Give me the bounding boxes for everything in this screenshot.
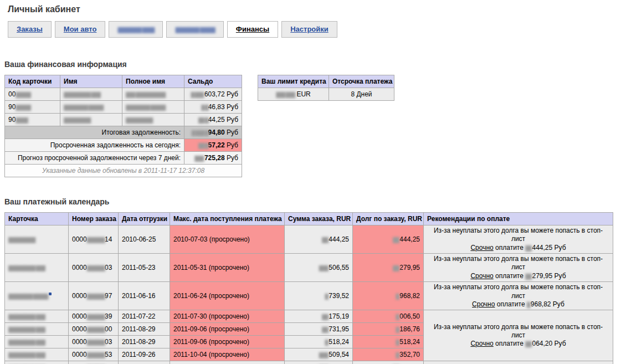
tab-3[interactable]: ████████ █████ — [166, 21, 223, 38]
ship-date-cell: 2011-07-22 — [119, 310, 170, 323]
tab-label: Финансы — [236, 25, 269, 33]
redacted-order-middle: ██████ — [87, 327, 105, 332]
financial-info-table: Код карточки Имя Полное имя Сальдо 00███… — [4, 75, 242, 177]
redacted-full-name: █████████ — [126, 117, 152, 123]
redacted-sum-part: ██ — [322, 237, 329, 243]
tab-link[interactable]: ████████ ████ — [117, 25, 154, 33]
redacted-card-name: █████████ ███ — [8, 265, 45, 271]
redacted-name: ████████ █████ — [64, 105, 103, 110]
forecast-debt-value: ███ 725,28 Руб — [184, 152, 242, 165]
order-number-cell: 0000██████03 — [69, 254, 119, 282]
overdue-debt-value: ██ █57,22 Руб — [184, 139, 242, 152]
col-credit-limit: Ваш лимит кредита — [258, 75, 329, 88]
card-cell: █████████ ███ — [5, 348, 69, 361]
urgent-pay-link[interactable]: Срочно — [470, 272, 493, 280]
recommendation-cell: Из-за неуплаты этого долга вы можете поп… — [424, 282, 613, 310]
financial-info-row: 90█████████████ █████████████ ██████ █46… — [5, 101, 242, 114]
tab-2[interactable]: ████████ ████ — [109, 21, 163, 38]
tab-4[interactable]: Финансы — [227, 21, 278, 38]
credit-limit-value: ███ ███ EUR — [258, 88, 329, 101]
urgent-pay-link[interactable]: Срочно — [472, 300, 495, 308]
tab-0[interactable]: Заказы — [8, 21, 52, 38]
redacted-pay-amount-part: ██ — [525, 341, 532, 347]
ship-date-cell: 2011-11-14 — [119, 361, 170, 364]
max-payment-date-cell: 2011-06-24 (просрочено) — [170, 282, 285, 310]
page-title: Личный кабинет — [8, 4, 620, 14]
full-name-cell: █████████ — [122, 114, 184, 126]
data-updated-note: Указанные данные обновлены в 2011-11-17 … — [5, 165, 242, 177]
redacted-order-middle: ██████ — [87, 314, 105, 320]
recommendation-cell: Из-за неуплаты этого долга вы можете поп… — [424, 225, 613, 254]
col-order-sum: Сумма заказа, RUR — [285, 213, 353, 225]
order-sum-cell: ███ 833,17 — [285, 361, 353, 364]
col-max-payment-date: Макс. дата поступления платежа — [170, 213, 285, 225]
redacted-sum-part: █ — [325, 294, 329, 299]
order-debt-cell: █ 186,76 — [353, 323, 424, 336]
redacted-order-middle: ██████ — [87, 294, 105, 299]
ship-date-cell: 2011-08-29 — [119, 323, 170, 336]
redacted-saldo-part: ██ █ — [198, 117, 208, 123]
tab-bar: ЗаказыМои авто████████ ████████████ ████… — [8, 21, 620, 38]
tab-label: ████████ █████ — [175, 27, 214, 33]
redacted-card-name: █████████ ███ — [8, 327, 45, 332]
ship-date-cell: 2011-09-26 — [119, 348, 170, 361]
max-payment-date-cell: 2011-09-06 (просрочено) — [170, 323, 285, 336]
redacted-debt-part: █ — [396, 327, 399, 332]
card-cell: █████████ ███ — [5, 254, 69, 282]
ship-date-cell: 2011-05-23 — [119, 254, 170, 282]
payment-calendar-heading: Ваш платежный календарь — [4, 197, 620, 206]
credit-value-row: ███ ███ EUR 8 Дней — [258, 88, 394, 101]
order-sum-cell: █ 518,24 — [285, 336, 353, 348]
order-number-cell: 0000██████03 — [69, 336, 119, 348]
overdue-debt-label: Просроченная задолженность на сегодня: — [5, 139, 184, 152]
tab-link[interactable]: Заказы — [17, 25, 43, 33]
card-cell: █████████ — [5, 225, 69, 254]
col-full-name: Полное имя — [122, 75, 184, 88]
name-cell: ████████ █████ — [60, 101, 122, 114]
redacted-code: ████ — [16, 117, 28, 123]
tab-link[interactable]: ████████ █████ — [175, 25, 214, 33]
tab-link[interactable]: Финансы — [236, 25, 269, 33]
redacted-debt-part: ██ — [393, 265, 399, 271]
redacted-order-middle: ██████ — [87, 265, 105, 271]
urgent-pay-link[interactable]: Срочно — [470, 244, 493, 252]
ship-date-cell: 2011-06-16 — [119, 282, 170, 310]
saldo-cell: ██ █44,25 Руб — [184, 114, 242, 126]
recommendation-cell: Из-за неуплаты этого долга вы можете поп… — [424, 310, 613, 361]
payment-calendar-table: Карточка Номер заказа Дата отгрузки Макс… — [4, 212, 613, 364]
order-number-cell: 0000██████53 — [69, 348, 119, 361]
redacted-pay-amount-part: █ — [527, 302, 531, 307]
total-debt-value: █ ███ █94,80 Руб — [184, 126, 242, 139]
tab-label: Настройки — [290, 25, 329, 33]
credit-limit-currency: EUR — [295, 90, 311, 98]
urgent-pay-link[interactable]: Срочно — [470, 340, 493, 347]
note-icon — [49, 293, 52, 295]
redacted-debt-part: █ — [396, 352, 399, 358]
col-card: Карточка — [5, 213, 69, 225]
tab-5[interactable]: Настройки — [281, 21, 337, 38]
tab-1[interactable]: Мои авто — [55, 21, 106, 38]
personal-cabinet-page: Личный кабинет ЗаказыМои авто████████ ██… — [0, 0, 626, 364]
tab-link[interactable]: Мои авто — [64, 25, 97, 33]
redacted-sum-part: ██ — [322, 327, 329, 332]
redacted-order-middle: ██████ — [87, 237, 105, 243]
redacted-debt-part: ██ — [393, 237, 399, 243]
order-debt-cell: █ 518,24 — [353, 336, 424, 348]
redacted-debt-part: █ — [396, 294, 399, 299]
urgent-pay-line: Срочно оплатите ██ 444,25 Руб — [427, 244, 609, 252]
saldo-cell: █ ███ 603,72 Руб — [184, 88, 242, 101]
financial-info-section: Код карточки Имя Полное имя Сальдо 00███… — [4, 75, 620, 177]
forecast-debt-row: Прогноз просроченной задолженности через… — [5, 152, 242, 165]
col-ship-date: Дата отгрузки — [119, 213, 170, 225]
urgent-pay-line: Срочно оплатите █ 968,82 Руб — [427, 300, 609, 309]
max-payment-date-cell: 2011-11-22 — [170, 361, 285, 364]
redacted-amount-part: ███ — [194, 156, 204, 161]
max-payment-date-cell: 2010-07-03 (просрочено) — [170, 225, 285, 254]
redacted-code: █████ — [16, 105, 30, 110]
max-payment-date-cell: 2011-07-30 (просрочено) — [170, 310, 285, 323]
tab-link[interactable]: Настройки — [290, 25, 329, 33]
card-code-cell: 90█████ — [5, 101, 60, 114]
calendar-header-row: Карточка Номер заказа Дата отгрузки Макс… — [5, 213, 613, 225]
redacted-saldo-part: █ █ — [201, 105, 208, 110]
max-payment-date-cell: 2011-10-04 (просрочено) — [170, 348, 285, 361]
